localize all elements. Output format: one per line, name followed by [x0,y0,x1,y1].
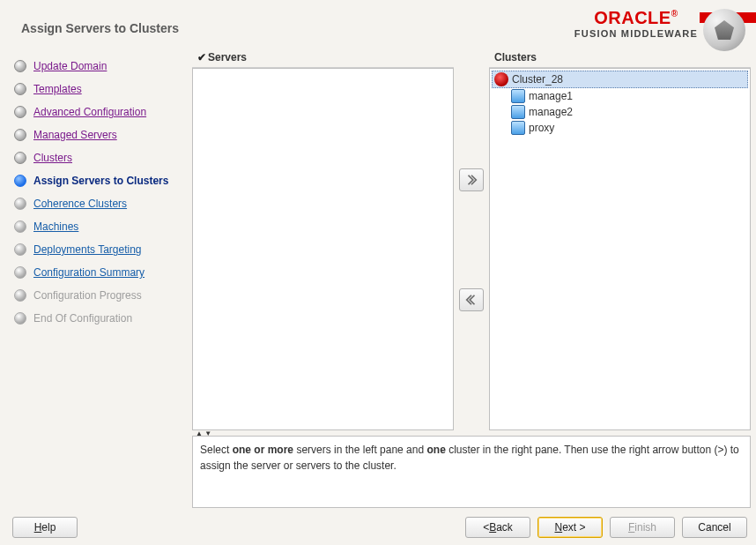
chevron-left-icon [465,294,478,306]
step-label: Assign Servers to Clusters [33,175,168,187]
page-title: Assign Servers to Clusters [21,21,179,35]
server-node-label: manage1 [529,90,573,102]
step-dot-icon [14,220,26,233]
cluster-icon [494,72,508,86]
step-label[interactable]: Update Domain [33,60,107,72]
wizard-step-11: End Of Configuration [14,307,185,330]
step-label[interactable]: Advanced Configuration [33,106,146,118]
step-dot-icon [14,289,26,302]
wizard-step-6[interactable]: Coherence Clusters [14,192,185,215]
wizard-step-10: Configuration Progress [14,284,185,307]
hint-panel: Select one or more servers in the left p… [192,436,751,508]
wizard-step-8[interactable]: Deployments Targeting [14,238,185,261]
step-dot-icon [14,198,26,210]
help-button[interactable]: Help [12,517,78,538]
brand-emblem-icon [703,9,749,55]
wizard-step-3[interactable]: Managed Servers [14,123,185,146]
step-label[interactable]: Machines [33,220,78,233]
step-dot-icon [14,243,26,256]
step-label: End Of Configuration [33,312,132,325]
wizard-step-0[interactable]: Update Domain [14,55,185,78]
server-icon [511,105,525,119]
cancel-button[interactable]: Cancel [682,517,747,538]
step-dot-icon [14,152,26,164]
step-dot-icon [14,106,26,118]
brand-subtitle: FUSION MIDDLEWARE [574,28,698,39]
wizard-step-2[interactable]: Advanced Configuration [14,101,185,123]
step-label: Configuration Progress [33,289,142,302]
step-dot-icon [14,129,26,141]
server-node[interactable]: manage1 [509,88,748,104]
clusters-tree[interactable]: Cluster_28 manage1manage2proxy [489,68,751,430]
server-node-label: proxy [529,122,554,134]
next-button[interactable]: Next > [537,517,603,538]
wizard-step-9[interactable]: Configuration Summary [14,261,185,284]
cluster-node[interactable]: Cluster_28 [492,71,748,88]
servers-tree[interactable] [192,68,454,430]
wizard-step-7[interactable]: Machines [14,215,185,238]
unassign-left-button[interactable] [459,288,484,311]
server-icon [511,89,525,103]
wizard-step-1[interactable]: Templates [14,78,185,101]
server-icon [511,121,525,135]
cluster-node-label: Cluster_28 [512,73,563,86]
assign-right-button[interactable] [459,168,484,191]
step-label[interactable]: Coherence Clusters [33,198,127,210]
step-dot-icon [14,60,26,72]
back-button[interactable]: < Back [465,517,530,538]
server-node[interactable]: proxy [509,120,748,136]
servers-pane-title: ✔Servers [192,49,454,68]
step-dot-icon [14,266,26,279]
step-label[interactable]: Clusters [33,152,72,164]
step-label[interactable]: Deployments Targeting [33,243,142,256]
wizard-steps-sidebar: Update DomainTemplatesAdvanced Configura… [0,48,192,510]
step-label[interactable]: Templates [33,83,82,95]
step-label[interactable]: Managed Servers [33,129,117,141]
chevron-right-icon [465,174,478,186]
step-dot-icon [14,312,26,325]
step-label[interactable]: Configuration Summary [33,266,145,279]
brand-logo-text: ORACLE® [574,9,698,26]
wizard-step-4[interactable]: Clusters [14,146,185,169]
finish-button: Finish [610,517,675,538]
step-dot-icon [14,175,26,187]
server-node-label: manage2 [529,106,573,118]
server-node[interactable]: manage2 [509,104,748,120]
wizard-step-5: Assign Servers to Clusters [14,169,185,192]
step-dot-icon [14,83,26,95]
